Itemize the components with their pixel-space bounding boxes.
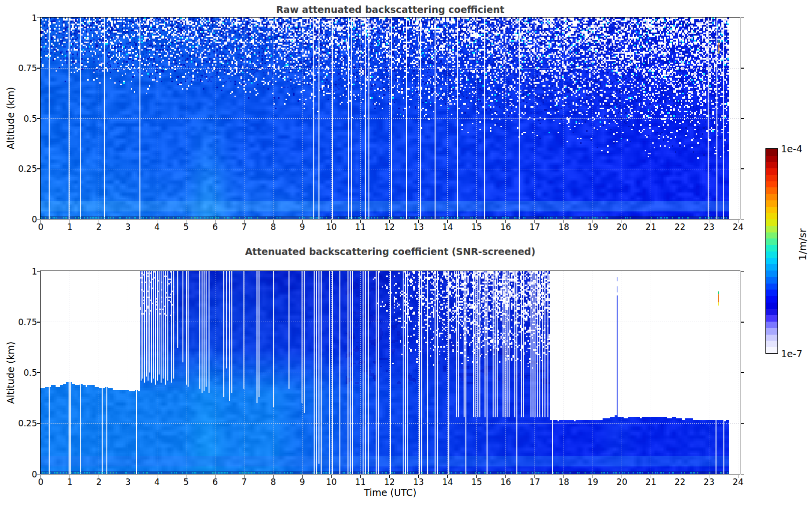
- backscatter-figure: Raw attenuated backscattering coefficien…: [0, 0, 812, 511]
- raw-x-tick-label: 2: [90, 222, 108, 232]
- raw-x-tick-label: 3: [119, 222, 137, 232]
- raw-y-tick-label: 0.5: [14, 114, 37, 124]
- screened-x-tick-label: 1: [61, 477, 79, 487]
- raw-y-tick-right: [741, 68, 744, 69]
- screened-y-tick: [37, 474, 40, 475]
- screened-y-tick: [37, 322, 40, 323]
- raw-heatmap-canvas: [40, 17, 740, 219]
- raw-x-tick-label: 5: [177, 222, 195, 232]
- x-axis-label: Time (UTC): [41, 487, 740, 498]
- raw-y-tick: [37, 18, 40, 19]
- colorbar-max-label: 1e-4: [781, 143, 802, 154]
- raw-y-tick: [37, 68, 40, 69]
- raw-x-tick-label: 4: [148, 222, 166, 232]
- screened-x-tick-label: 13: [409, 477, 427, 487]
- screened-x-tick-label: 21: [642, 477, 660, 487]
- screened-x-tick-label: 9: [293, 477, 311, 487]
- raw-x-tick-label: 20: [613, 222, 631, 232]
- raw-x-tick-label: 23: [700, 222, 718, 232]
- screened-x-tick-label: 23: [700, 477, 718, 487]
- screened-y-tick: [37, 423, 40, 424]
- raw-y-tick-label: 0.75: [14, 63, 37, 73]
- raw-x-tick-label: 17: [525, 222, 544, 232]
- raw-y-tick-right: [741, 118, 744, 119]
- raw-x-tick-label: 9: [293, 222, 311, 232]
- colorbar-min-label: 1e-7: [781, 348, 802, 359]
- raw-y-tick-label: 0: [14, 214, 37, 224]
- raw-x-tick-label: 14: [438, 222, 456, 232]
- raw-x-tick-label: 13: [409, 222, 427, 232]
- screened-x-tick-label: 4: [148, 477, 166, 487]
- screened-x-tick-label: 7: [235, 477, 253, 487]
- colorbar: [765, 148, 778, 354]
- raw-x-tick-label: 15: [467, 222, 485, 232]
- screened-x-tick-label: 14: [438, 477, 456, 487]
- raw-y-tick: [37, 118, 40, 119]
- raw-x-tick-label: 10: [322, 222, 340, 232]
- screened-x-tick-label: 8: [264, 477, 282, 487]
- raw-y-tick-right: [741, 219, 744, 220]
- screened-x-tick-label: 5: [177, 477, 195, 487]
- screened-x-tick-label: 6: [206, 477, 224, 487]
- screened-y-tick-label: 0.5: [14, 368, 37, 378]
- screened-y-tick: [37, 271, 40, 272]
- raw-y-tick: [37, 168, 40, 169]
- screened-heatmap-canvas: [40, 271, 740, 474]
- raw-y-tick-right: [741, 18, 744, 19]
- raw-x-tick-label: 8: [264, 222, 282, 232]
- screened-y-tick-label: 0.75: [14, 317, 37, 327]
- raw-y-tick-label: 1: [14, 13, 37, 23]
- colorbar-unit-label: 1/m/sr: [796, 228, 808, 261]
- raw-x-tick-label: 6: [206, 222, 224, 232]
- screened-x-tick-label: 12: [380, 477, 398, 487]
- screened-y-tick-right: [741, 474, 744, 475]
- raw-x-tick-label: 24: [729, 222, 747, 232]
- screened-x-tick-label: 3: [119, 477, 137, 487]
- raw-x-tick-label: 7: [235, 222, 253, 232]
- screened-x-tick-label: 2: [90, 477, 108, 487]
- raw-x-tick-label: 1: [61, 222, 79, 232]
- raw-x-tick-label: 21: [642, 222, 660, 232]
- screened-x-tick-label: 19: [584, 477, 602, 487]
- raw-x-tick-label: 22: [671, 222, 689, 232]
- screened-x-tick-label: 17: [525, 477, 544, 487]
- screened-y-tick-right: [741, 423, 744, 424]
- screened-y-tick-label: 1: [14, 267, 37, 277]
- screened-y-tick: [37, 372, 40, 373]
- raw-x-tick-label: 12: [380, 222, 398, 232]
- screened-x-tick-label: 24: [729, 477, 747, 487]
- screened-x-tick-label: 20: [613, 477, 631, 487]
- screened-x-tick-label: 11: [351, 477, 369, 487]
- raw-panel-title: Raw attenuated backscattering coefficien…: [41, 4, 740, 15]
- screened-y-tick-right: [741, 372, 744, 373]
- screened-y-tick-right: [741, 271, 744, 272]
- raw-y-tick-right: [741, 168, 744, 169]
- screened-panel-title: Attenuated backscattering coefficient (S…: [41, 246, 740, 257]
- raw-x-tick-label: 18: [555, 222, 573, 232]
- screened-x-tick-label: 10: [322, 477, 340, 487]
- screened-x-tick-label: 22: [671, 477, 689, 487]
- screened-x-tick-label: 16: [496, 477, 514, 487]
- raw-x-tick-label: 16: [496, 222, 514, 232]
- screened-y-tick-label: 0: [14, 469, 37, 479]
- screened-y-tick-label: 0.25: [14, 418, 37, 428]
- screened-y-tick-right: [741, 322, 744, 323]
- screened-x-tick-label: 18: [555, 477, 573, 487]
- raw-x-tick-label: 11: [351, 222, 369, 232]
- raw-x-tick-label: 19: [584, 222, 602, 232]
- raw-y-tick: [37, 219, 40, 220]
- screened-x-tick-label: 15: [467, 477, 485, 487]
- raw-y-tick-label: 0.25: [14, 164, 37, 174]
